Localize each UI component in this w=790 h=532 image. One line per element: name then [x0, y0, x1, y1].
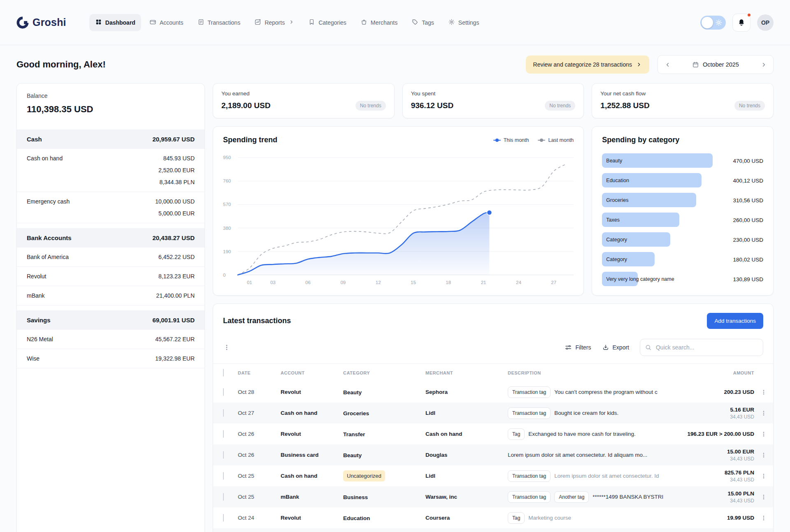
- account-amount: 45,567.22 EUR: [155, 336, 195, 342]
- row-menu-button[interactable]: [754, 473, 773, 479]
- row-checkbox[interactable]: [223, 451, 224, 459]
- nav-item-accounts[interactable]: Accounts: [144, 14, 189, 31]
- balance-account-row[interactable]: Wise19,322.98 EUR: [17, 349, 204, 368]
- row-menu-button[interactable]: [754, 515, 773, 521]
- transaction-description: Lorem ipsum dolor sit amet consectetur. …: [508, 452, 672, 458]
- row-checkbox[interactable]: [223, 472, 224, 480]
- notifications-button[interactable]: [732, 14, 750, 32]
- chevron-left-icon: [665, 62, 671, 68]
- row-menu-button[interactable]: [754, 389, 773, 396]
- stat-label: You spent: [411, 90, 576, 97]
- wallet-icon: [149, 19, 156, 27]
- nav-item-reports[interactable]: Reports: [249, 14, 300, 31]
- category-bar-row[interactable]: Very very long category name130,89 USD: [602, 272, 763, 286]
- nav-item-merchants[interactable]: Merchants: [355, 14, 403, 31]
- balance-panel: Balance 110,398.35 USD Cash20,959.67 USD…: [16, 83, 205, 532]
- greeting-actions: Review and categorize 28 transactions Oc…: [526, 55, 774, 74]
- amount-secondary: 34,43 USD: [730, 477, 754, 483]
- row-checkbox[interactable]: [223, 409, 224, 417]
- account-name: mBank: [27, 292, 45, 299]
- nav-item-label: Reports: [265, 19, 285, 26]
- page-greeting: Good morning, Alex!: [16, 59, 106, 70]
- balance-account-row[interactable]: Emergency cash10,000.00 USD5,000.00 EUR: [17, 192, 204, 223]
- transaction-category: Beauty: [343, 389, 425, 396]
- add-transactions-button[interactable]: Add transactions: [707, 313, 763, 329]
- period-prev-button[interactable]: [660, 58, 674, 72]
- description-text: Marketing course: [528, 515, 571, 521]
- select-all-checkbox[interactable]: [223, 369, 224, 377]
- column-header-amount[interactable]: Amount: [672, 370, 754, 375]
- category-bar-row[interactable]: Category180,02 USD: [602, 252, 763, 266]
- nav-item-transactions[interactable]: Transactions: [192, 14, 246, 31]
- nav-item-categories[interactable]: Categories: [302, 14, 352, 31]
- account-amount: 10,000.00 USD: [155, 198, 195, 205]
- description-text: Bought ice cream for kids.: [554, 410, 618, 416]
- uncategorized-chip: Uncategorized: [343, 470, 385, 481]
- balance-account-row[interactable]: Bank of America6,452.22 USD: [17, 247, 204, 267]
- row-checkbox[interactable]: [223, 493, 224, 501]
- user-avatar[interactable]: OP: [757, 14, 774, 31]
- bookmark-icon: [308, 19, 315, 27]
- category-bars: Beauty470,00 USDEducation400,12 USDGroce…: [602, 153, 763, 286]
- transaction-category: Transfer: [343, 430, 425, 438]
- category-bar-row[interactable]: Education400,12 USD: [602, 173, 763, 187]
- filters-button[interactable]: Filters: [565, 344, 591, 351]
- row-checkbox[interactable]: [223, 388, 224, 396]
- nav-item-label: Transactions: [208, 19, 241, 26]
- category-bar-row[interactable]: Category230,00 USD: [602, 232, 763, 247]
- row-menu-button[interactable]: [754, 452, 773, 458]
- transaction-amount: 15.00 EUR34,43 USD: [672, 449, 754, 462]
- theme-toggle[interactable]: [700, 16, 726, 30]
- row-menu-button[interactable]: [754, 431, 773, 437]
- chevron-right-icon: [761, 62, 767, 68]
- amount-secondary: 34,43 USD: [730, 498, 754, 504]
- description-text: You can't compress the program without c: [554, 389, 657, 395]
- category-bar-row[interactable]: Taxes260,00 USD: [602, 213, 763, 227]
- account-amounts: 19,322.98 EUR: [155, 355, 195, 362]
- export-label: Export: [613, 344, 629, 351]
- row-checkbox[interactable]: [223, 514, 224, 522]
- transaction-date: Oct 28: [238, 389, 281, 395]
- nav-item-tags[interactable]: Tags: [406, 14, 440, 31]
- transaction-date: Oct 26: [238, 452, 281, 458]
- legend-label: This month: [504, 137, 529, 143]
- stat-value: 1,252.88 USD: [600, 101, 649, 110]
- category-name: Taxes: [606, 217, 620, 223]
- category-bar-row[interactable]: Beauty470,00 USD: [602, 153, 763, 168]
- period-selector[interactable]: October 2025: [692, 61, 739, 68]
- account-amount: 5,000.00 EUR: [158, 210, 195, 217]
- column-header-description[interactable]: Description: [508, 370, 672, 375]
- export-button[interactable]: Export: [602, 344, 629, 351]
- column-header-account[interactable]: Account: [281, 370, 343, 375]
- column-header-category[interactable]: Category: [343, 370, 425, 375]
- account-name: Wise: [27, 355, 40, 362]
- balance-section-header: Savings69,001.91 USD: [17, 310, 204, 330]
- balance-account-row[interactable]: Cash on hand845.93 USD2,520.00 EUR8,344.…: [17, 149, 204, 192]
- nav-item-dashboard[interactable]: Dashboard: [89, 14, 141, 31]
- account-amount: 6,452.22 USD: [158, 254, 195, 260]
- table-menu-button[interactable]: [223, 344, 230, 351]
- svg-text:760: 760: [223, 178, 231, 183]
- review-transactions-button[interactable]: Review and categorize 28 transactions: [526, 56, 649, 74]
- brand-logo[interactable]: Groshi: [16, 16, 66, 29]
- row-menu-button[interactable]: [754, 494, 773, 500]
- balance-account-row[interactable]: N26 Metal45,567.22 EUR: [17, 330, 204, 349]
- svg-text:09: 09: [340, 280, 346, 285]
- balance-account-row[interactable]: Revolut8,123.23 EUR: [17, 267, 204, 286]
- section-name: Savings: [27, 317, 51, 324]
- column-header-merchant[interactable]: Merchant: [425, 370, 508, 375]
- account-name: Cash on hand: [27, 155, 63, 185]
- search-input[interactable]: [640, 339, 763, 356]
- category-bar-row[interactable]: Groceries310,56 USD: [602, 193, 763, 207]
- transaction-merchant: Coursera: [425, 515, 508, 521]
- period-next-button[interactable]: [757, 58, 771, 72]
- amount-secondary: 34,43 USD: [730, 456, 754, 462]
- nav-item-settings[interactable]: Settings: [442, 14, 485, 31]
- row-checkbox[interactable]: [223, 430, 224, 438]
- svg-text:0: 0: [223, 273, 225, 278]
- balance-account-row[interactable]: mBank21,400.00 PLN: [17, 286, 204, 305]
- column-header-date[interactable]: Date: [238, 370, 281, 375]
- row-menu-button[interactable]: [754, 410, 773, 416]
- calendar-icon: [692, 61, 699, 68]
- amount-primary: 15.00 EUR: [727, 449, 754, 455]
